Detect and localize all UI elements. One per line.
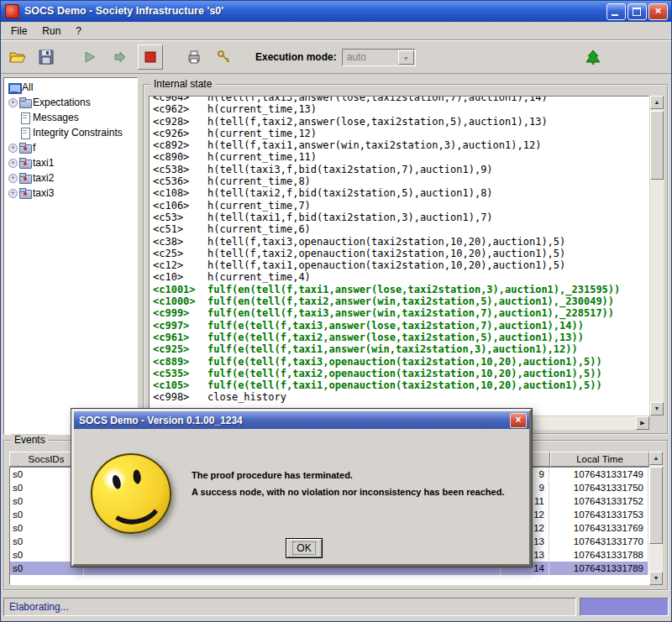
state-line: <c38> h(tell(f,taxi3,openauction(taxi2st… — [153, 236, 648, 248]
state-line: <c106> h(current_time,7) — [153, 200, 648, 212]
menu-bar: FileRun? — [0, 22, 672, 40]
expand-toggle-icon[interactable] — [8, 143, 18, 154]
internal-state-view[interactable]: <c964> h(tell(f,taxi3,answer(lose,taxi2s… — [149, 96, 649, 416]
tree-view-button[interactable] — [580, 44, 606, 70]
state-line: <c997> fulf(e(tell(f,taxi3,answer(lose,t… — [153, 320, 648, 332]
state-line: <c925> fulf(e(tell(f,taxi1,answer(win,ta… — [153, 343, 648, 355]
internal-state-text[interactable]: <c964> h(tell(f,taxi3,answer(lose,taxi2s… — [153, 96, 648, 414]
state-line: <c928> h(tell(f,taxi2,answer(lose,taxi2s… — [153, 116, 648, 128]
printer-button[interactable] — [181, 44, 207, 70]
state-line-text: <c890> h(current_time,11) — [153, 151, 317, 163]
tree-item[interactable]: f — [4, 140, 137, 155]
state-line: <c964> h(tell(f,taxi3,answer(lose,taxi2s… — [153, 96, 648, 103]
state-line-text: <c536> h(current_time,8) — [153, 175, 311, 187]
ok-button[interactable]: OK — [286, 538, 323, 558]
maximize-button[interactable] — [627, 3, 647, 20]
state-line: <c536> h(current_time,8) — [153, 175, 648, 187]
cell-local-time: 1076431331753 — [549, 508, 648, 521]
open-folder-icon — [9, 50, 26, 64]
scroll-down-icon[interactable] — [650, 402, 664, 416]
expand-toggle-icon[interactable] — [8, 188, 18, 199]
progress-bar — [580, 598, 669, 616]
state-line: <c535> fulf(e(tell(f,taxi2,openauction(t… — [153, 368, 648, 379]
stop-button[interactable] — [138, 44, 163, 70]
chevron-down-icon[interactable] — [398, 50, 414, 65]
cell-local-time: 1076431331750 — [549, 481, 648, 494]
cell-local-time: 1076431331789 — [549, 562, 648, 575]
state-line-text: <c535> fulf(e(tell(f,taxi2,openauction(t… — [153, 368, 602, 379]
state-line-text: <c106> h(current_time,7) — [153, 200, 311, 212]
expand-toggle-icon[interactable] — [8, 97, 18, 108]
minimize-button[interactable] — [606, 3, 626, 20]
state-line: <c961> fulf(e(tell(f,taxi2,answer(lose,t… — [153, 332, 648, 343]
state-vertical-scrollbar[interactable] — [650, 96, 664, 416]
tree-item[interactable]: All — [4, 80, 137, 95]
scroll-up-icon[interactable] — [650, 96, 664, 109]
play-icon — [82, 50, 97, 65]
step-button[interactable] — [108, 44, 133, 70]
state-line: <c890> h(current_time,11) — [153, 151, 648, 163]
save-button[interactable] — [34, 44, 59, 70]
tree-item[interactable]: taxi1 — [4, 155, 137, 170]
state-line: <c892> h(tell(f,taxi1,answer(win,taxi2st… — [153, 139, 648, 151]
dialog-close-button[interactable] — [510, 413, 527, 428]
state-line-text: <c892> h(tell(f,taxi1,answer(win,taxi2st… — [153, 139, 541, 151]
title-bar[interactable]: SOCS Demo - Society Infrastructure 's0' — [0, 0, 672, 22]
scroll-right-icon[interactable] — [636, 416, 649, 430]
state-line-text: <c1000> fulf(en(tell(f,taxi2,answer(win,… — [153, 295, 614, 307]
menu-item[interactable]: Run — [34, 24, 68, 39]
execution-mode-select[interactable]: auto — [342, 49, 416, 66]
expand-toggle-icon[interactable] — [8, 158, 18, 169]
tree-item[interactable]: taxi2 — [4, 170, 137, 186]
state-line: <c1001> fulf(en(tell(f,taxi1,answer(lose… — [153, 284, 648, 295]
events-vertical-scrollbar[interactable] — [649, 452, 663, 585]
state-line-text: <c961> fulf(e(tell(f,taxi2,answer(lose,t… — [153, 332, 584, 343]
menu-item[interactable]: ? — [68, 24, 89, 39]
state-line-text: <c10> h(current_time,4) — [153, 271, 311, 283]
keys-button[interactable] — [212, 44, 237, 70]
tree-node-label: taxi3 — [33, 187, 54, 199]
tree-node-icon — [18, 187, 33, 199]
open-button[interactable] — [5, 44, 30, 70]
column-header-local-time[interactable]: Local Time — [550, 452, 649, 467]
close-button[interactable] — [648, 3, 668, 20]
state-line: <c926> h(current_time,12) — [153, 128, 648, 139]
state-line-text: <c962> h(current_time,13) — [153, 103, 317, 115]
scroll-up-icon[interactable] — [649, 452, 663, 465]
tree-item[interactable]: Expectations — [4, 95, 137, 110]
printer-icon — [186, 50, 202, 65]
tree-item[interactable]: Messages — [4, 110, 137, 125]
cell-local-time: 1076431331769 — [549, 521, 648, 535]
menu-item[interactable]: File — [3, 24, 34, 39]
scrollbar-thumb[interactable] — [650, 111, 664, 180]
state-line: <c51> h(current_time,6) — [153, 223, 648, 235]
tree-node-icon — [18, 112, 33, 123]
state-line: <c12> h(tell(f,taxi1,openauction(taxi2st… — [153, 259, 648, 271]
scrollbar-thumb[interactable] — [649, 467, 663, 544]
tree-node-label: Integrity Constraints — [33, 127, 123, 139]
state-line-text: <c964> h(tell(f,taxi3,answer(lose,taxi2s… — [153, 96, 548, 103]
state-line: <c1000> fulf(en(tell(f,taxi2,answer(win,… — [153, 295, 648, 307]
scroll-down-icon[interactable] — [649, 572, 663, 585]
state-line-text: <c926> h(current_time,12) — [153, 128, 317, 139]
status-bar: Elaborating... — [3, 598, 576, 616]
state-line: <c999> fulf(en(tell(f,taxi3,answer(win,t… — [153, 307, 648, 319]
society-tree: All Expectations Messages Int — [4, 78, 137, 201]
tree-item[interactable]: Integrity Constraints — [4, 125, 137, 140]
state-line-text: <c997> fulf(e(tell(f,taxi3,answer(lose,t… — [153, 320, 584, 332]
tree-node-label: Messages — [33, 112, 79, 123]
tree-item[interactable]: taxi3 — [4, 186, 137, 201]
state-line-text: <c25> h(tell(f,taxi2,openauction(taxi2st… — [153, 248, 565, 259]
state-line-text: <c38> h(tell(f,taxi3,openauction(taxi2st… — [153, 236, 565, 248]
state-line-text: <c928> h(tell(f,taxi2,answer(lose,taxi2s… — [153, 116, 548, 128]
state-line: <c53> h(tell(taxi1,f,bid(taxi2station,3)… — [153, 212, 648, 223]
tree-node-icon — [18, 142, 33, 154]
dialog-title-bar[interactable]: SOCS Demo - Version 0.1.00_1234 — [74, 411, 529, 429]
expand-toggle-icon[interactable] — [8, 173, 18, 184]
dialog-message-line1: The proof procedure has terminated. — [192, 470, 353, 480]
run-button[interactable] — [77, 44, 102, 70]
state-line-text: <c925> fulf(e(tell(f,taxi1,answer(win,ta… — [153, 343, 578, 355]
state-line-text: <c12> h(tell(f,taxi1,openauction(taxi2st… — [153, 259, 565, 271]
state-line-text: <c1001> fulf(en(tell(f,taxi1,answer(lose… — [153, 284, 620, 295]
state-line: <c25> h(tell(f,taxi2,openauction(taxi2st… — [153, 248, 648, 259]
